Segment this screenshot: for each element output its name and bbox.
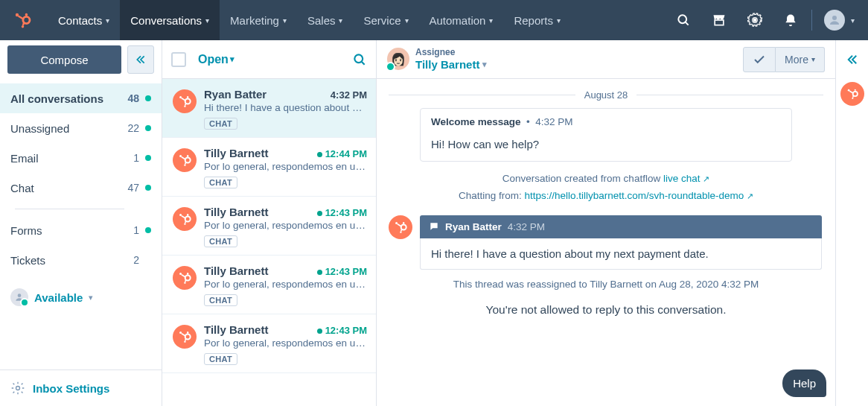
channel-badge: CHAT bbox=[204, 294, 237, 306]
conversation-list-item[interactable]: Tilly Barnett12:44 PMPor lo general, res… bbox=[162, 138, 376, 197]
svg-point-44 bbox=[185, 334, 191, 340]
hubspot-logo-icon[interactable] bbox=[12, 10, 33, 31]
conv-time: 12:43 PM bbox=[317, 325, 367, 336]
svg-line-64 bbox=[852, 95, 853, 98]
nav-automation[interactable]: Automation▾ bbox=[419, 0, 504, 40]
folder-all-conversations[interactable]: All conversations48 bbox=[0, 83, 162, 113]
svg-point-53 bbox=[395, 222, 398, 224]
right-rail bbox=[835, 40, 868, 406]
svg-point-54 bbox=[400, 231, 401, 232]
svg-point-19 bbox=[184, 106, 185, 107]
folder-unassigned[interactable]: Unassigned22 bbox=[0, 113, 162, 143]
channel-badge: CHAT bbox=[204, 353, 237, 365]
search-conversations-icon[interactable] bbox=[352, 52, 367, 67]
conv-preview: Hi there! I have a question about … bbox=[204, 102, 367, 113]
account-avatar[interactable] bbox=[824, 10, 845, 31]
nav-contacts[interactable]: Contacts▾ bbox=[48, 0, 120, 40]
source-url-link[interactable]: https://hello.tillybarnett.com/svh-round… bbox=[524, 190, 753, 201]
notifications-icon[interactable] bbox=[782, 11, 800, 29]
account-menu-caret[interactable]: ▾ bbox=[851, 16, 855, 25]
hubspot-avatar-icon bbox=[173, 89, 197, 113]
nav-conversations[interactable]: Conversations▾ bbox=[120, 0, 220, 40]
svg-point-47 bbox=[184, 341, 185, 343]
settings-icon[interactable] bbox=[746, 11, 764, 29]
nav-reports[interactable]: Reports▾ bbox=[503, 0, 571, 40]
gear-icon bbox=[10, 381, 25, 396]
channel-badge: CHAT bbox=[204, 235, 237, 247]
message-sender: Ryan Batter bbox=[445, 221, 502, 232]
conversation-list-item[interactable]: Ryan Batter4:32 PMHi there! I have a que… bbox=[162, 79, 376, 138]
svg-point-31 bbox=[187, 214, 188, 215]
conversation-meta: Conversation created from chatflow live … bbox=[389, 171, 823, 205]
conv-preview: Por lo general, respondemos en u… bbox=[204, 337, 367, 349]
folder-forms[interactable]: Forms1 bbox=[0, 215, 162, 245]
conversation-list-item[interactable]: Tilly Barnett12:43 PMPor lo general, res… bbox=[162, 256, 376, 314]
conversation-list-item[interactable]: Tilly Barnett12:43 PMPor lo general, res… bbox=[162, 197, 376, 256]
svg-point-58 bbox=[852, 92, 857, 96]
chat-icon bbox=[429, 221, 439, 232]
availability-toggle[interactable]: Available ▾ bbox=[0, 279, 162, 315]
more-actions-button[interactable]: More▾ bbox=[776, 47, 825, 72]
conv-name: Ryan Batter bbox=[204, 88, 331, 101]
message-time: 4:32 PM bbox=[508, 221, 545, 232]
folder-chat[interactable]: Chat47 bbox=[0, 173, 162, 203]
user-avatar-icon bbox=[10, 288, 28, 306]
conversation-list-item[interactable]: Tilly Barnett12:43 PMPor lo general, res… bbox=[162, 314, 376, 373]
hubspot-avatar-icon bbox=[173, 148, 197, 172]
svg-point-10 bbox=[753, 19, 757, 22]
assignee-avatar: 👩🏻 bbox=[387, 48, 409, 70]
conv-name: Tilly Barnett bbox=[204, 264, 317, 277]
status-filter[interactable]: Open▾ bbox=[198, 53, 234, 66]
sender-avatar-icon bbox=[389, 215, 412, 239]
top-nav: Contacts▾ Conversations▾ Marketing▾ Sale… bbox=[0, 0, 868, 40]
collapse-sidebar-button[interactable] bbox=[127, 45, 154, 74]
search-icon[interactable] bbox=[674, 11, 692, 29]
svg-line-36 bbox=[185, 221, 186, 223]
folder-tickets[interactable]: Tickets2 bbox=[0, 245, 162, 275]
svg-point-39 bbox=[179, 273, 182, 275]
nav-links: Contacts▾ Conversations▾ Marketing▾ Sale… bbox=[48, 0, 571, 40]
conv-time: 12:43 PM bbox=[317, 207, 367, 218]
message-row: Ryan Batter 4:32 PM Hi there! I have a q… bbox=[389, 215, 823, 270]
assignee-picker[interactable]: Tilly Barnett▾ bbox=[415, 58, 487, 72]
svg-point-60 bbox=[847, 89, 849, 92]
svg-line-29 bbox=[185, 162, 186, 165]
mark-done-button[interactable] bbox=[743, 47, 776, 72]
svg-rect-9 bbox=[715, 20, 724, 25]
folder-list: All conversations48 Unassigned22 Email1 … bbox=[0, 79, 162, 279]
folder-email[interactable]: Email1 bbox=[0, 143, 162, 173]
nav-marketing[interactable]: Marketing▾ bbox=[220, 0, 297, 40]
select-all-checkbox[interactable] bbox=[171, 52, 186, 67]
svg-point-16 bbox=[185, 99, 191, 104]
nav-sales[interactable]: Sales▾ bbox=[297, 0, 354, 40]
hubspot-avatar-icon bbox=[173, 325, 197, 349]
nav-service[interactable]: Service▾ bbox=[353, 0, 418, 40]
expand-rail-button[interactable] bbox=[840, 48, 864, 72]
conv-preview: Por lo general, respondemos en u… bbox=[204, 161, 367, 172]
conversation-header: 👩🏻 Assignee Tilly Barnett▾ More▾ bbox=[377, 40, 835, 79]
conversation-pane: 👩🏻 Assignee Tilly Barnett▾ More▾ August … bbox=[377, 40, 835, 406]
svg-point-61 bbox=[852, 98, 853, 99]
compose-button[interactable]: Compose bbox=[7, 45, 121, 74]
svg-point-33 bbox=[184, 223, 185, 225]
svg-point-46 bbox=[179, 332, 182, 334]
conv-preview: Por lo general, respondemos en u… bbox=[204, 279, 367, 290]
conversation-list: Open▾ Ryan Batter4:32 PMHi there! I have… bbox=[162, 40, 377, 406]
assignee-label: Assignee bbox=[415, 47, 487, 57]
no-reply-notice: You're not allowed to reply to this conv… bbox=[389, 303, 823, 317]
conversation-list-header: Open▾ bbox=[162, 40, 376, 79]
channel-badge: CHAT bbox=[204, 177, 237, 188]
svg-point-1 bbox=[25, 13, 28, 16]
svg-point-38 bbox=[187, 273, 188, 274]
svg-line-15 bbox=[362, 61, 365, 64]
svg-point-59 bbox=[854, 89, 855, 91]
inbox-settings-link[interactable]: Inbox Settings bbox=[0, 369, 162, 406]
svg-point-52 bbox=[403, 222, 404, 223]
marketplace-icon[interactable] bbox=[710, 11, 728, 29]
help-button[interactable]: Help bbox=[782, 369, 826, 397]
external-link-icon: ↗ bbox=[747, 191, 753, 200]
chatflow-link[interactable]: live chat ↗ bbox=[663, 173, 709, 184]
svg-point-13 bbox=[16, 387, 20, 390]
hubspot-rail-icon[interactable] bbox=[840, 82, 864, 106]
svg-point-2 bbox=[16, 13, 19, 16]
